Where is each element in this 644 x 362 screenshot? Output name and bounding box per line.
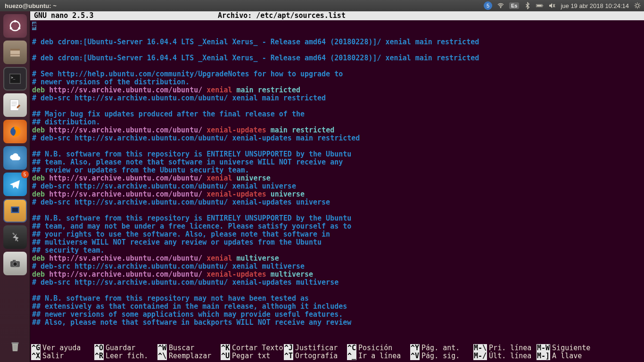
shortcut-key: ^X — [31, 352, 41, 360]
shortcut-m[interactable]: M-\Pri. línea — [473, 344, 537, 352]
editor-line: # deb cdrom:[Ubuntu-Server 16.04.4 LTS _… — [32, 38, 644, 46]
battery-indicator-icon[interactable] — [536, 2, 544, 9]
editor-line: # newer versions of the distribution. — [32, 78, 644, 86]
shortcut-label: Pág. sig. — [421, 352, 460, 360]
svg-rect-16 — [10, 100, 19, 111]
svg-rect-25 — [13, 260, 16, 262]
shortcut-[interactable]: ^\Reemplazar — [157, 352, 221, 360]
shortcut-key: M-/ — [473, 352, 487, 360]
shortcut-w[interactable]: ^WBuscar — [157, 344, 221, 352]
shortcut-t[interactable]: ^TOrtografía — [284, 352, 347, 360]
editor-line: # deb-src http://sv.archive.ubuntu.com/u… — [32, 279, 644, 287]
nano-filename: Archivo: /etc/apt/sources.list — [218, 12, 640, 20]
telegram-icon[interactable]: 5 — [3, 173, 27, 196]
shortcut-o[interactable]: ^OGuardar — [94, 344, 157, 352]
keyboard-layout-indicator[interactable]: Es — [509, 2, 519, 9]
shortcut-key: ^W — [157, 344, 167, 352]
wifi-indicator-icon[interactable] — [497, 2, 504, 9]
editor-line — [32, 206, 644, 214]
trash-icon[interactable] — [3, 335, 27, 358]
editor-line: # deb-src http://sv.archive.ubuntu.com/u… — [32, 198, 644, 206]
text-editor-icon[interactable] — [3, 93, 27, 117]
editor-line — [32, 30, 644, 38]
nano-titlebar: GNU nano 2.5.3 Archivo: /etc/apt/sources… — [30, 11, 644, 20]
shortcut-label: Buscar — [169, 344, 194, 352]
shortcut-row: ^GVer ayuda^OGuardar^WBuscar^KCortar Tex… — [31, 344, 643, 352]
terminal-icon[interactable]: >_ — [3, 67, 27, 90]
shortcut-[interactable]: ^_Ir a línea — [347, 352, 410, 360]
clock-indicator[interactable]: jue 19 abr 2018 10:24:14 — [561, 2, 629, 9]
bluetooth-indicator-icon[interactable] — [524, 2, 531, 9]
shortcut-label: Justificar — [295, 344, 338, 352]
shortcut-label: Reemplazar — [169, 352, 211, 360]
shortcut-key: ^K — [221, 344, 230, 352]
shortcut-key: M-\ — [473, 344, 487, 352]
shortcut-v[interactable]: ^VPág. sig. — [410, 352, 473, 360]
shortcut-c[interactable]: ^CPosición — [347, 344, 410, 352]
shortcut-y[interactable]: ^YPág. ant. — [410, 344, 473, 352]
shortcut-k[interactable]: ^KCortar Texto — [221, 344, 284, 352]
editor-line: ## N.B. software from this repository ma… — [32, 295, 644, 303]
svg-text:>_: >_ — [11, 75, 16, 80]
vmware-icon[interactable] — [3, 199, 27, 222]
top-menubar: huezo@ubuntu: ~ 5 Es jue 19 abr 2018 10:… — [0, 0, 644, 11]
editor-content[interactable]: # # deb cdrom:[Ubuntu-Server 16.04.4 LTS… — [30, 20, 644, 343]
svg-point-10 — [18, 27, 20, 30]
shortcut-key: M-W — [537, 344, 550, 352]
terminal-window[interactable]: GNU nano 2.5.3 Archivo: /etc/apt/sources… — [30, 11, 644, 362]
shortcut-key: ^J — [284, 344, 293, 352]
shortcut-x[interactable]: ^XSalir — [31, 352, 94, 360]
svg-point-8 — [14, 20, 16, 23]
shortcut-label: A llave — [552, 352, 582, 360]
shortcut-key: ^U — [221, 352, 230, 360]
editor-line: # — [32, 22, 644, 30]
shortcut-g[interactable]: ^GVer ayuda — [31, 344, 94, 352]
shortcut-label: Posición — [358, 344, 392, 352]
shortcut-mw[interactable]: M-WSiguiente — [537, 344, 600, 352]
shortcut-row: ^XSalir^RLeer fich.^\Reemplazar^UPegar t… — [31, 352, 643, 360]
shortcut-label: Pág. ant. — [421, 344, 460, 352]
svg-rect-13 — [10, 54, 20, 55]
shortcut-m[interactable]: M-]A llave — [537, 352, 600, 360]
unity-launcher: >_ 5 — [0, 11, 30, 362]
sound-indicator-icon[interactable] — [548, 2, 556, 9]
weather-icon[interactable] — [3, 146, 27, 170]
shortcut-r[interactable]: ^RLeer fich. — [94, 352, 157, 360]
editor-line — [32, 62, 644, 70]
svg-rect-3 — [543, 5, 543, 6]
editor-line: deb http://sv.archive.ubuntu.com/ubuntu/… — [32, 126, 644, 134]
shortcut-key: ^Y — [410, 344, 420, 352]
shortcut-key: M-] — [537, 352, 550, 360]
svg-rect-2 — [537, 5, 542, 6]
editor-line: deb http://sv.archive.ubuntu.com/ubuntu/… — [32, 190, 644, 198]
editor-line: deb http://sv.archive.ubuntu.com/ubuntu/… — [32, 271, 644, 279]
firefox-icon[interactable] — [3, 120, 27, 143]
shortcut-label: Guardar — [106, 344, 135, 352]
editor-line: # deb-src http://sv.archive.ubuntu.com/u… — [32, 94, 644, 102]
editor-line: ## newer versions of some applications w… — [32, 311, 644, 319]
shortcut-key: ^V — [410, 352, 420, 360]
nano-shortcut-bar: ^GVer ayuda^OGuardar^WBuscar^KCortar Tex… — [30, 343, 644, 362]
shortcut-label: Cortar Texto — [232, 344, 283, 352]
shortcut-label: Leer fich. — [106, 352, 148, 360]
shortcut-key: ^G — [31, 344, 41, 352]
editor-line — [32, 287, 644, 295]
shortcut-m[interactable]: M-/Últ. línea — [473, 352, 537, 360]
editor-line: ## review or updates from the Ubuntu sec… — [32, 166, 644, 174]
screenshot-icon[interactable] — [3, 252, 27, 275]
editor-line: ## security team. — [32, 247, 644, 255]
notification-indicator[interactable]: 5 — [484, 1, 492, 10]
editor-line: ## N.B. software from this repository is… — [32, 150, 644, 158]
settings-icon[interactable] — [3, 225, 27, 249]
shortcut-key: ^T — [284, 352, 293, 360]
shortcut-u[interactable]: ^UPegar txt — [221, 352, 284, 360]
editor-line: ## Also, please note that software in ba… — [32, 319, 644, 327]
shortcut-j[interactable]: ^JJustificar — [284, 344, 347, 352]
shortcut-label: Ortografía — [295, 352, 338, 360]
editor-line: ## N.B. software from this repository is… — [32, 214, 644, 222]
files-icon[interactable] — [3, 41, 27, 64]
session-indicator-icon[interactable] — [634, 2, 641, 9]
dash-icon[interactable] — [3, 14, 27, 38]
shortcut-label: Ir a línea — [358, 352, 401, 360]
shortcut-label: Pri. línea — [489, 344, 531, 352]
